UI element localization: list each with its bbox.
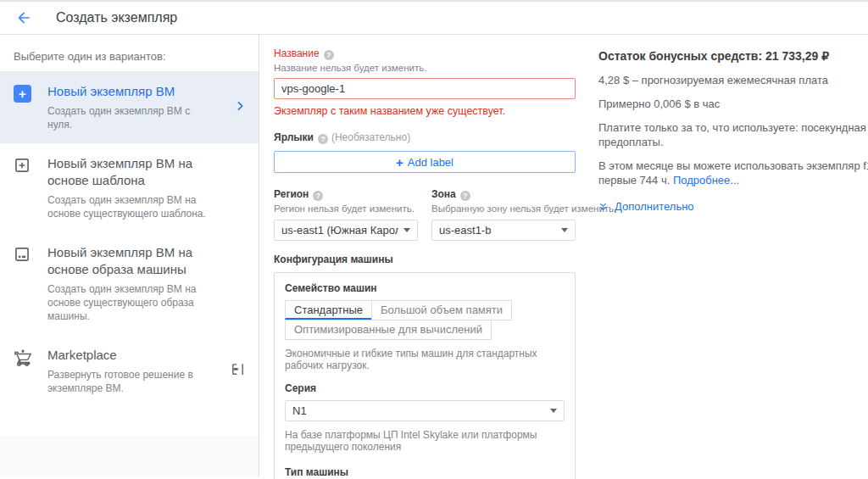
sidebar-item-title: Новый экземпляр ВМ на основе шаблона [47,155,215,189]
plus-icon: + [396,155,403,170]
free-note-line1: В этом месяце вы можете использовать экз… [598,159,868,172]
help-icon[interactable]: ? [460,191,470,201]
labels-label: Ярлыки [274,131,314,143]
arrow-left-icon [15,9,32,26]
marketplace-cart-icon [14,348,32,367]
billing-panel: Остаток бонусных средств: 21 733,29 ₽ 4,… [598,35,868,477]
zone-section: Зона? Выбранную зону нельзя будет измени… [431,186,576,241]
zone-label: Зона [431,188,456,200]
monthly-estimate: 4,28 $ – прогнозируемая ежемесячная плат… [598,74,868,86]
free-note-line2: первые 744 ч. Подробнее... [598,174,868,187]
region-section: Регион? Регион нельзя будет изменить. us… [274,186,418,241]
help-icon[interactable]: ? [313,191,323,201]
name-helper: Название нельзя будет изменить. [274,63,576,73]
hourly-estimate: Примерно 0,006 $ в час [598,97,868,110]
free-tier-learn-more-link[interactable]: Подробнее... [673,174,739,187]
pay-note-line2: предоплаты. [598,136,868,148]
series-desc: На базе платформы ЦП Intel Skylake или п… [285,429,565,453]
add-label-button[interactable]: + Add label [274,151,576,173]
machine-config-box: Семейство машин СтандартныеБольшой объем… [274,272,576,479]
help-icon[interactable]: ? [324,50,334,60]
sidebar-item-desc: Создать один экземпляр ВМ на основе суще… [47,282,215,323]
labels-optional: (Необязательно) [331,131,410,143]
pay-note-line1: Платите только за то, что используете: п… [598,121,868,134]
machine-family-label: Семейство машин [285,282,565,294]
name-error-message: Экземпляр с таким названием уже существу… [274,105,576,117]
sidebar-item-desc: Создать один экземпляр ВМ с нуля. [47,104,215,131]
vm-plus-badge-icon: + [14,85,31,103]
tab-high-memory[interactable]: Большой объем памяти [371,300,512,320]
sidebar-item-vm-from-machine-image[interactable]: Новый экземпляр ВМ на основе образа маши… [0,232,259,335]
deploy-icon [231,362,245,380]
zone-helper: Выбранную зону нельзя будет изменить. [431,203,576,214]
sidebar-item-desc: Создать один экземпляр ВМ на основе суще… [47,193,215,220]
sidebar-item-title: Новый экземпляр ВМ на основе образа маши… [47,244,215,278]
double-chevron-down-icon [598,202,608,212]
machine-image-icon [14,246,31,263]
series-label: Серия [285,382,565,394]
sidebar-item-desc: Развернуть готовое решение в экземпляре … [47,368,215,395]
name-field-section: Название? Название нельзя будет изменить… [274,45,576,117]
machine-type-label: Тип машины [285,466,565,478]
main-form-area: Название? Название нельзя будет изменить… [259,35,868,477]
sidebar: Выберите один из вариантов: + Новый экзе… [0,35,259,477]
tab-standard[interactable]: Стандартные [285,300,372,320]
tab-compute-optimized[interactable]: Оптимизированные для вычислений [285,320,492,340]
caret-down-icon [561,228,568,232]
region-helper: Регион нельзя будет изменить. [274,203,418,214]
sidebar-item-title: Marketplace [47,347,215,364]
chevron-right-icon [233,99,247,116]
vm-template-icon [14,157,31,174]
help-icon[interactable]: ? [318,134,328,144]
back-button[interactable] [14,8,34,28]
name-input[interactable] [274,78,576,99]
sidebar-item-new-vm[interactable]: + Новый экземпляр ВМ Создать один экземп… [0,71,259,143]
sidebar-item-marketplace[interactable]: Marketplace Развернуть готовое решение в… [0,335,259,407]
name-label: Название [274,47,320,59]
billing-more-expander[interactable]: Дополнительно [598,200,868,213]
zone-select[interactable]: us-east1-b [431,220,576,241]
sidebar-item-vm-from-template[interactable]: Новый экземпляр ВМ на основе шаблона Соз… [0,143,259,232]
top-header: Создать экземпляр [0,0,868,35]
machine-config-title: Конфигурация машины [274,253,576,265]
machine-family-desc: Экономичные и гибкие типы машин для стан… [285,348,565,371]
region-select[interactable]: us-east1 (Южная Каролина) [274,220,418,241]
caret-down-icon [403,228,410,232]
sidebar-item-title: Новый экземпляр ВМ [47,83,215,100]
credit-balance: Остаток бонусных средств: 21 733,29 ₽ [598,49,868,63]
page-title: Создать экземпляр [56,10,177,25]
labels-section: Ярлыки?(Необязательно) + Add label [274,129,576,173]
caret-down-icon [550,409,557,413]
region-label: Регион [274,188,309,200]
series-select[interactable]: N1 [285,400,565,421]
sidebar-hint: Выберите один из вариантов: [0,35,259,71]
